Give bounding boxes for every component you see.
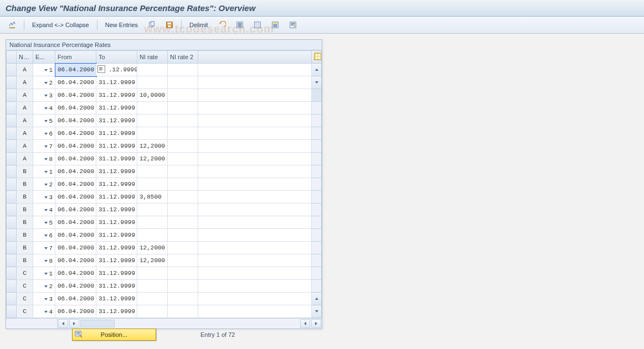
col-rate2[interactable]: NI rate 2 bbox=[168, 51, 198, 64]
cell-to[interactable]: 31.12.9999 bbox=[96, 114, 137, 127]
col-ni[interactable]: NI c... bbox=[17, 51, 33, 64]
cell-rate1[interactable] bbox=[137, 293, 168, 305]
cell-ni[interactable]: C bbox=[17, 267, 33, 280]
cell-e-dropdown[interactable]: 4 bbox=[33, 204, 55, 216]
cell-to[interactable]: 31.12.9999 bbox=[96, 216, 137, 229]
cell-rate1[interactable] bbox=[137, 102, 168, 114]
cell-from[interactable]: 06.04.2000 bbox=[55, 191, 96, 204]
select-all-button[interactable] bbox=[232, 19, 248, 30]
cell-rate2[interactable] bbox=[168, 140, 198, 153]
cell-e-dropdown[interactable]: 3 bbox=[33, 89, 55, 102]
cell-to[interactable]: 31.12.9999 bbox=[96, 165, 137, 178]
row-selector[interactable] bbox=[7, 89, 17, 102]
cell-from[interactable]: 06.04.2000 bbox=[55, 216, 96, 229]
col-from[interactable]: From bbox=[55, 51, 96, 64]
row-selector[interactable] bbox=[7, 153, 17, 165]
cell-ni[interactable]: B bbox=[17, 191, 33, 204]
cell-e-dropdown[interactable]: 3 bbox=[33, 293, 55, 305]
cell-e-dropdown[interactable]: 7 bbox=[33, 242, 55, 254]
vscroll-track[interactable] bbox=[312, 102, 322, 114]
col-to[interactable]: To bbox=[96, 51, 137, 64]
cell-to[interactable]: 31.12.9999 bbox=[96, 242, 137, 254]
cell-to[interactable]: 31.12.9999 bbox=[96, 89, 137, 102]
cell-rate2[interactable] bbox=[168, 242, 198, 254]
cell-from[interactable]: 06.04.2000 bbox=[55, 305, 96, 318]
cell-rate1[interactable] bbox=[137, 204, 168, 216]
cell-ni[interactable]: C bbox=[17, 305, 33, 318]
toggle-button[interactable] bbox=[4, 19, 20, 30]
vscroll-track[interactable] bbox=[312, 165, 322, 178]
print-button[interactable] bbox=[285, 19, 301, 30]
col-rate1[interactable]: NI rate bbox=[137, 51, 168, 64]
scroll-up-icon[interactable] bbox=[315, 298, 318, 300]
vscroll-track[interactable] bbox=[312, 242, 322, 254]
cell-rate1[interactable] bbox=[137, 114, 168, 127]
cell-from[interactable]: 06.04.2000 bbox=[55, 229, 96, 242]
cell-ni[interactable]: B bbox=[17, 242, 33, 254]
cell-ni[interactable]: B bbox=[17, 178, 33, 191]
row-selector[interactable] bbox=[7, 293, 17, 305]
cell-ni[interactable]: B bbox=[17, 229, 33, 242]
cell-ni[interactable]: B bbox=[17, 216, 33, 229]
cell-e-dropdown[interactable]: 7 bbox=[33, 140, 55, 153]
cell-e-dropdown[interactable]: 6 bbox=[33, 127, 55, 140]
cell-ni[interactable]: A bbox=[17, 114, 33, 127]
cell-rate1[interactable] bbox=[137, 64, 168, 76]
cell-rate2[interactable] bbox=[168, 178, 198, 191]
scroll-down-icon[interactable] bbox=[315, 81, 318, 84]
cell-from[interactable]: 06.04.2000 bbox=[55, 64, 96, 76]
expand-collapse-button[interactable]: Expand <-> Collapse bbox=[28, 20, 93, 30]
cell-rate1[interactable] bbox=[137, 305, 168, 318]
cell-ni[interactable]: C bbox=[17, 293, 33, 305]
cell-to[interactable]: 31.12.9999 bbox=[96, 293, 137, 305]
row-selector[interactable] bbox=[7, 76, 17, 89]
vscroll-track[interactable] bbox=[312, 280, 322, 293]
cell-rate2[interactable] bbox=[168, 127, 198, 140]
vscroll-track[interactable] bbox=[312, 153, 322, 165]
select-all-header[interactable] bbox=[7, 51, 17, 64]
new-entries-button[interactable]: New Entries bbox=[101, 20, 142, 30]
cell-ni[interactable]: A bbox=[17, 76, 33, 89]
cell-rate1[interactable] bbox=[137, 127, 168, 140]
cell-from[interactable]: 06.04.2000 bbox=[55, 165, 96, 178]
cell-ni[interactable]: A bbox=[17, 64, 33, 76]
cell-ni[interactable]: B bbox=[17, 204, 33, 216]
cell-e-dropdown[interactable]: 4 bbox=[33, 305, 55, 318]
cell-from[interactable]: 06.04.2000 bbox=[55, 114, 96, 127]
cell-to[interactable]: 31.12.9999 bbox=[96, 305, 137, 318]
cell-rate1[interactable]: 3,8500 bbox=[137, 191, 168, 204]
deselect-all-button[interactable] bbox=[250, 19, 265, 30]
cell-rate2[interactable] bbox=[168, 191, 198, 204]
row-selector[interactable] bbox=[7, 229, 17, 242]
cell-from[interactable]: 06.04.2000 bbox=[55, 89, 96, 102]
cell-from[interactable]: 06.04.2000 bbox=[55, 178, 96, 191]
cell-from[interactable]: 06.04.2000 bbox=[55, 242, 96, 254]
cell-to[interactable]: 31.12.9999 bbox=[96, 229, 137, 242]
cell-to[interactable]: 31.12.9999 bbox=[96, 102, 137, 114]
row-selector[interactable] bbox=[7, 216, 17, 229]
cell-from[interactable]: 06.04.2000 bbox=[55, 204, 96, 216]
cell-e-dropdown[interactable]: 8 bbox=[33, 254, 55, 267]
cell-e-dropdown[interactable]: 2 bbox=[33, 76, 55, 89]
cell-from[interactable]: 06.04.2000 bbox=[55, 127, 96, 140]
delimit-button[interactable]: Delimit bbox=[186, 20, 212, 30]
cell-rate2[interactable] bbox=[168, 293, 198, 305]
vscroll-track[interactable] bbox=[312, 178, 322, 191]
vscroll-track[interactable] bbox=[312, 204, 322, 216]
row-selector[interactable] bbox=[7, 102, 17, 114]
cell-rate1[interactable]: 12,2000 bbox=[137, 242, 168, 254]
cell-e-dropdown[interactable]: 4 bbox=[33, 102, 55, 114]
cell-rate2[interactable] bbox=[168, 64, 198, 76]
cell-rate2[interactable] bbox=[168, 89, 198, 102]
cell-ni[interactable]: A bbox=[17, 140, 33, 153]
vscroll-track[interactable] bbox=[312, 114, 322, 127]
cell-e-dropdown[interactable]: 8 bbox=[33, 153, 55, 165]
undo-button[interactable] bbox=[214, 19, 230, 30]
scroll-down-icon[interactable] bbox=[315, 310, 318, 312]
cell-from[interactable]: 06.04.2000 bbox=[55, 280, 96, 293]
cell-to[interactable]: 31.12.9999 bbox=[96, 280, 137, 293]
vscroll-track[interactable] bbox=[312, 140, 322, 153]
cell-ni[interactable]: A bbox=[17, 89, 33, 102]
cell-e-dropdown[interactable]: 5 bbox=[33, 216, 55, 229]
cell-e-dropdown[interactable]: 1 bbox=[33, 267, 55, 280]
